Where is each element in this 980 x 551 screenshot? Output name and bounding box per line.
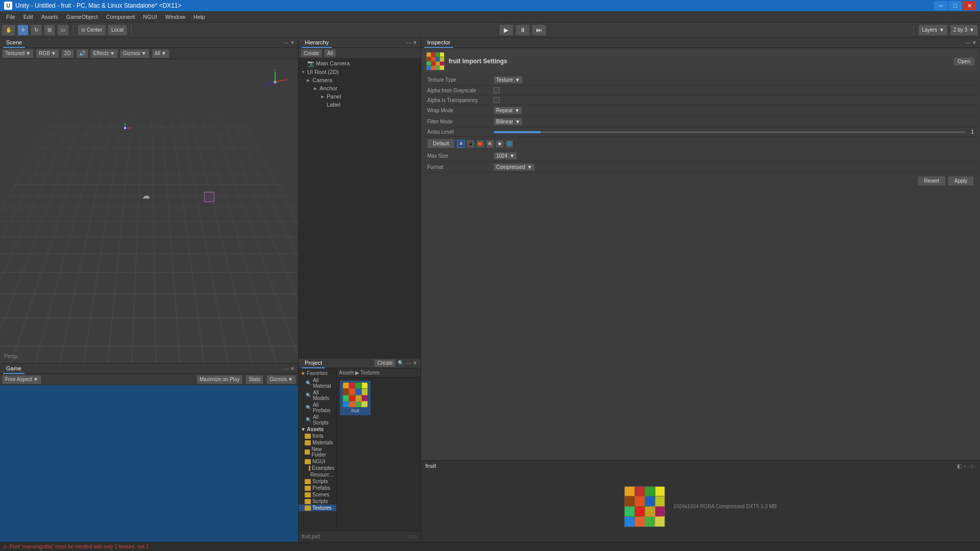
menu-component[interactable]: Component — [102, 13, 139, 21]
tree-scenes[interactable]: Scenes — [299, 491, 336, 498]
tree-fonts[interactable]: fonts — [299, 433, 336, 439]
tree-examples[interactable]: Examples — [299, 465, 336, 471]
layout-dropdown[interactable]: 2 by 3 ▼ — [950, 24, 978, 36]
tree-assets[interactable]: ▼ Assets — [299, 426, 336, 433]
default-button[interactable]: Default — [427, 139, 455, 148]
aniso-slider[interactable]: 1 — [494, 129, 974, 135]
hier-anchor[interactable]: ▶ Anchor — [299, 84, 421, 92]
game-view: Game — ▼ Free Aspect▼ Maximize on Play S… — [0, 363, 298, 542]
gizmos-dropdown[interactable]: Gizmos▼ — [120, 49, 150, 58]
project-search-icon[interactable]: 🔍 — [398, 360, 404, 366]
center-pivot-button[interactable]: ⊙ Center — [78, 24, 106, 36]
maximize-on-play[interactable]: Maximize on Play — [197, 375, 242, 384]
local-space-button[interactable]: Local — [108, 24, 127, 36]
fav-all-models[interactable]: 🔍 All Models — [299, 389, 336, 402]
hier-ui-root[interactable]: ▼ UI Root (2D) — [299, 68, 421, 76]
tool-move[interactable]: ✛ — [17, 24, 29, 36]
gizmos-game-dropdown[interactable]: Gizmos▼ — [266, 375, 296, 384]
fav-all-scripts[interactable]: 🔍 All Scripts — [299, 414, 336, 426]
texture-type-dropdown[interactable]: Texture ▼ — [494, 76, 523, 84]
tree-scripts[interactable]: Scripts — [299, 498, 336, 505]
filter-mode-dropdown[interactable]: Bilinear ▼ — [494, 118, 523, 126]
aniso-track[interactable] — [494, 131, 966, 133]
alpha-grayscale-checkbox[interactable] — [494, 87, 500, 93]
project-tab[interactable]: Project — [302, 358, 325, 368]
tree-new-folder[interactable]: New Folder — [299, 446, 336, 458]
tree-textures[interactable]: Textures — [299, 505, 336, 511]
scene-tab[interactable]: Scene — [3, 38, 25, 48]
tree-scripts-ngui[interactable]: Scripts — [299, 478, 336, 485]
menu-assets[interactable]: Assets — [37, 13, 62, 21]
maximize-button[interactable]: □ — [948, 1, 962, 10]
tool-rotate[interactable]: ↻ — [31, 24, 42, 36]
tree-materials[interactable]: Materials — [299, 439, 336, 446]
audio-toggle[interactable]: 🔊 — [76, 49, 88, 58]
window-controls[interactable]: ─ □ ✕ — [934, 1, 976, 10]
dimension-toggle[interactable]: 2D — [61, 49, 74, 58]
apply-button[interactable]: Apply — [948, 176, 974, 186]
platform-win[interactable]: ⊞ — [486, 140, 494, 148]
hierarchy-create-btn[interactable]: Create — [301, 49, 322, 57]
step-button[interactable]: ⏭ — [532, 24, 546, 36]
tree-resources[interactable]: Resourc… — [299, 471, 336, 478]
platform-monitor[interactable]: 🖥 — [457, 140, 465, 148]
inspector-minimize[interactable]: — ▼ — [965, 40, 977, 45]
hierarchy-minimize[interactable]: — ▼ — [406, 40, 418, 45]
fav-all-material[interactable]: 🔍 All Material — [299, 377, 336, 389]
scene-canvas[interactable]: X Y Z ☁ Persp — [0, 59, 298, 363]
menu-window[interactable]: Window — [161, 13, 189, 21]
wrap-mode-dropdown[interactable]: Repeat ▼ — [494, 107, 522, 114]
play-button[interactable]: ▶ — [499, 24, 513, 36]
platform-android[interactable]: 📱 — [467, 140, 475, 148]
menu-ngui[interactable]: NGUI — [139, 13, 161, 21]
aspect-dropdown[interactable]: Free Aspect▼ — [2, 375, 41, 384]
scene-minimize[interactable]: — ▼ — [283, 40, 295, 45]
tool-scale[interactable]: ⊞ — [44, 24, 55, 36]
asset-fruit[interactable]: fruit — [340, 381, 371, 415]
layers-dropdown[interactable]: Layers ▼ — [918, 24, 948, 36]
platform-web[interactable]: 🌐 — [505, 140, 513, 148]
hier-panel[interactable]: ▶ Panel — [299, 92, 421, 101]
tree-prefabs[interactable]: Prefabs — [299, 485, 336, 491]
hier-main-camera[interactable]: 📷 Main Camera — [299, 59, 421, 68]
scene-sprite: ☁ — [142, 191, 150, 201]
close-button[interactable]: ✕ — [963, 1, 976, 10]
hier-camera[interactable]: ▶ Camera — [299, 76, 421, 84]
bottom-icons: ◧ ○ ◁▷ — [957, 463, 976, 469]
all-dropdown[interactable]: All▼ — [152, 49, 169, 58]
platform-mac[interactable]: ◆ — [496, 140, 504, 148]
color-mode-dropdown[interactable]: RGB▼ — [36, 49, 59, 58]
platform-ios[interactable]: 🍎 — [476, 140, 484, 148]
hierarchy-all-btn[interactable]: All — [324, 49, 336, 57]
tool-hand[interactable]: ✋ — [2, 24, 15, 36]
menu-help[interactable]: Help — [189, 13, 209, 21]
bottom-icon-2[interactable]: ○ — [963, 463, 966, 469]
revert-button[interactable]: Revert — [918, 176, 946, 186]
game-tab[interactable]: Game — [3, 364, 24, 374]
game-canvas[interactable] — [0, 385, 298, 542]
hierarchy-tab[interactable]: Hierarchy — [302, 38, 332, 48]
pause-button[interactable]: ⏸ — [516, 24, 530, 36]
inspector-header: Inspector — ▼ — [421, 38, 980, 48]
effects-dropdown[interactable]: Effects▼ — [90, 49, 118, 58]
game-minimize[interactable]: — ▼ — [283, 366, 295, 371]
project-minimize[interactable]: — ▼ — [406, 360, 418, 366]
menu-file[interactable]: File — [2, 13, 19, 21]
max-size-dropdown[interactable]: 1024 ▼ — [494, 152, 517, 160]
menu-gameobject[interactable]: GameObject — [62, 13, 102, 21]
fav-all-prefabs[interactable]: 🔍 All Prefabs — [299, 402, 336, 414]
inspector-bottom-header: fruit ◧ ○ ◁▷ — [421, 461, 980, 471]
alpha-transparency-checkbox[interactable] — [494, 97, 500, 103]
inspector-tab[interactable]: Inspector — [424, 38, 453, 48]
menu-edit[interactable]: Edit — [19, 13, 37, 21]
minimize-button[interactable]: ─ — [934, 1, 947, 10]
format-dropdown[interactable]: Compressed ▼ — [494, 163, 535, 171]
stats-button[interactable]: Stats — [246, 375, 263, 384]
bottom-icon-1[interactable]: ◧ — [957, 463, 962, 469]
tool-rect[interactable]: ▭ — [57, 24, 69, 36]
render-mode-dropdown[interactable]: Textured▼ — [2, 49, 34, 58]
tree-ngui[interactable]: NGUI — [299, 458, 336, 465]
inspector-open-button[interactable]: Open — [953, 57, 975, 66]
hier-label[interactable]: Label — [299, 101, 421, 109]
project-create-btn[interactable]: Create — [374, 359, 396, 367]
